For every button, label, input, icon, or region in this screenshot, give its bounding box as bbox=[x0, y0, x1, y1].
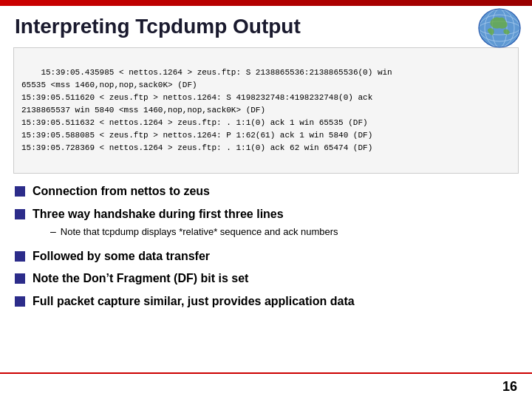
page-number: 16 bbox=[502, 379, 517, 395]
bullet-item-1: Connection from nettos to zeus bbox=[15, 184, 517, 200]
bullet-square-5 bbox=[15, 296, 25, 307]
bullet-text-2: Three way handshake during first three l… bbox=[33, 208, 284, 220]
code-line-2: 65535 <mss 1460,nop,nop,sack0K> (DF) bbox=[21, 81, 197, 89]
bullet-square-3 bbox=[15, 251, 25, 262]
sub-bullet-1: – Note that tcpdump displays *relative* … bbox=[50, 225, 338, 239]
bullet-text-1: Connection from nettos to zeus bbox=[33, 184, 210, 200]
bullet-text-5: Full packet capture similar, just provid… bbox=[33, 294, 355, 310]
code-block: 15:39:05.435985 < nettos.1264 > zeus.ftp… bbox=[13, 47, 519, 174]
globe-svg bbox=[471, 6, 523, 50]
code-line-5: 15:39:05.511632 < nettos.1264 > zeus.ftp… bbox=[21, 118, 368, 127]
sub-text-1: Note that tcpdump displays *relative* se… bbox=[61, 225, 338, 239]
bullet-text-3: Followed by some data transfer bbox=[33, 249, 210, 265]
bullet-item-5: Full packet capture similar, just provid… bbox=[15, 294, 517, 310]
code-line-3: 15:39:05.511620 < zeus.ftp > nettos.1264… bbox=[21, 93, 372, 102]
slide-container: Interpreting Tcpdump Output 15:39:05.435… bbox=[0, 0, 532, 399]
bullet-2-content: Three way handshake during first three l… bbox=[33, 207, 338, 241]
code-line-4: 2138865537 win 5840 <mss 1460,nop,nop,sa… bbox=[21, 106, 265, 115]
bullet-item-3: Followed by some data transfer bbox=[15, 249, 517, 265]
sub-dash-1: – bbox=[50, 225, 56, 237]
bullet-item-2: Three way handshake during first three l… bbox=[15, 207, 517, 241]
top-accent-bar bbox=[0, 0, 532, 6]
bullet-square-1 bbox=[15, 186, 25, 197]
slide-title: Interpreting Tcpdump Output bbox=[15, 15, 301, 38]
bottom-bar: 16 bbox=[0, 372, 532, 399]
bullet-item-4: Note the Don’t Fragment (DF) bit is set bbox=[15, 271, 517, 287]
code-line-7: 15:39:05.728369 < nettos.1264 > zeus.ftp… bbox=[21, 143, 372, 152]
bullet-square-2 bbox=[15, 209, 25, 219]
globe-icon bbox=[471, 6, 523, 50]
bullet-text-4: Note the Don’t Fragment (DF) bit is set bbox=[33, 271, 248, 287]
bullet-square-4 bbox=[15, 273, 25, 284]
slide-header: Interpreting Tcpdump Output bbox=[0, 6, 532, 44]
code-line-1: 15:39:05.435985 < nettos.1264 > zeus.ftp… bbox=[41, 68, 392, 77]
code-line-6: 15:39:05.588085 < zeus.ftp > nettos.1264… bbox=[21, 131, 372, 140]
bullet-list: Connection from nettos to zeus Three way… bbox=[0, 184, 532, 310]
